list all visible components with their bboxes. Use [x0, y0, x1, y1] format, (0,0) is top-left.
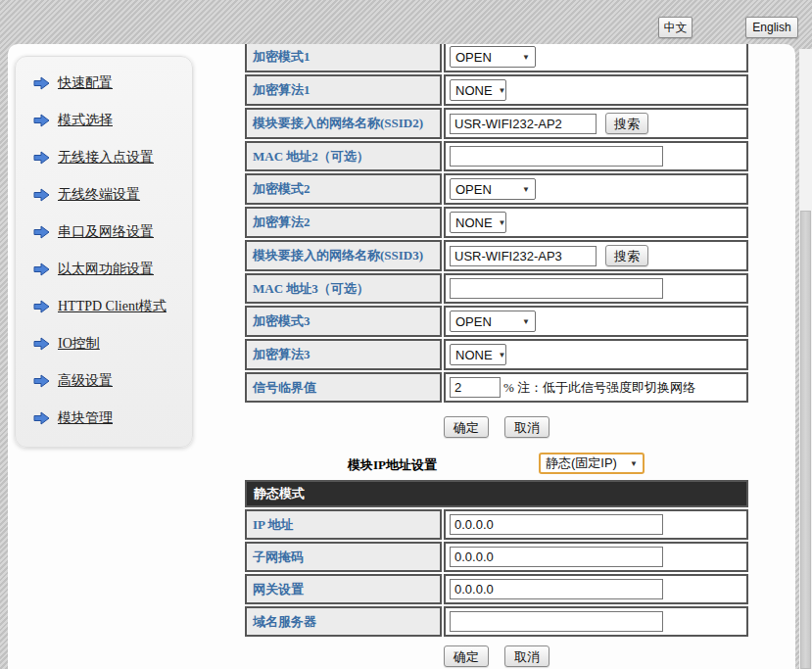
select-value: OPEN [455, 50, 492, 65]
ssid2-input[interactable] [450, 114, 597, 134]
sidebar-nav: 快速配置 模式选择 无线接入点设置 无线终端设置 串口及网络设置 以太网功能设置… [15, 56, 193, 448]
ip-mode-row: 模块IP地址设置 静态(固定IP)▼ [243, 451, 750, 478]
sidebar-link[interactable]: 串口及网络设置 [58, 223, 154, 241]
sidebar-item-quick-config[interactable]: 快速配置 [33, 72, 184, 94]
sidebar-link[interactable]: IO控制 [58, 335, 100, 353]
blue-arrow-icon [33, 263, 50, 276]
encryption-mode-3-select[interactable]: OPEN▼ [450, 311, 536, 332]
row-label: 加密算法1 [245, 74, 442, 106]
sidebar-item-io-control[interactable]: IO控制 [33, 333, 184, 355]
table-row: 加密算法1 NONE▼ [245, 74, 748, 106]
encryption-algorithm-3-select[interactable]: NONE▼ [450, 344, 506, 365]
wireless-ok-button[interactable]: 确定 [444, 416, 489, 438]
chevron-down-icon: ▼ [499, 351, 506, 359]
chevron-down-icon: ▼ [522, 53, 530, 62]
table-row: MAC 地址2（可选） [245, 141, 748, 171]
row-label: 加密算法2 [245, 207, 442, 238]
sidebar-item-mode-select[interactable]: 模式选择 [33, 110, 184, 131]
sidebar-item-wireless-sta-settings[interactable]: 无线终端设置 [33, 184, 184, 206]
select-value: OPEN [455, 182, 492, 197]
wireless-cancel-button[interactable]: 取消 [504, 416, 549, 438]
static-mode-header: 静态模式 [245, 480, 748, 507]
table-row: MAC 地址3（可选） [245, 273, 748, 304]
sidebar-item-serial-network-settings[interactable]: 串口及网络设置 [33, 221, 184, 243]
row-label: MAC 地址3（可选） [245, 273, 442, 304]
wireless-settings-table: 加密模式1 OPEN▼ 加密算法1 NONE▼ 模块要接入的网络名称(SSID2… [243, 44, 750, 405]
sidebar-link[interactable]: 以太网功能设置 [58, 261, 154, 278]
blue-arrow-icon [33, 300, 50, 313]
table-row: 模块要接入的网络名称(SSID3) 搜索 [245, 240, 748, 271]
table-row: 模块要接入的网络名称(SSID2) 搜索 [245, 108, 748, 139]
sidebar-link[interactable]: 高级设置 [58, 372, 113, 390]
ssid2-search-button[interactable]: 搜索 [605, 113, 648, 134]
table-row: 加密模式2 OPEN▼ [245, 173, 748, 205]
sidebar-link[interactable]: 无线终端设置 [58, 186, 140, 204]
sidebar-link[interactable]: 模式选择 [58, 112, 113, 129]
select-value: OPEN [455, 314, 492, 329]
vertical-scrollbar[interactable] [799, 49, 812, 669]
chevron-down-icon: ▼ [499, 218, 506, 227]
table-row: 域名服务器 [245, 606, 748, 637]
chevron-down-icon: ▼ [630, 459, 638, 468]
sidebar-link[interactable]: 快速配置 [58, 74, 113, 92]
row-label: 子网掩码 [245, 542, 442, 572]
table-row: 加密模式3 OPEN▼ [245, 306, 748, 337]
blue-arrow-icon [33, 76, 50, 90]
ip-address-input[interactable] [450, 514, 663, 535]
sidebar-item-module-management[interactable]: 模块管理 [33, 407, 184, 429]
dns-server-input[interactable] [450, 611, 663, 632]
sidebar-item-ethernet-settings[interactable]: 以太网功能设置 [33, 259, 184, 280]
select-value: NONE [455, 83, 493, 98]
select-value: NONE [455, 348, 493, 362]
subnet-mask-input[interactable] [450, 547, 663, 567]
sidebar-item-httpd-client-mode[interactable]: HTTPD Client模式 [33, 296, 184, 317]
main-form-area: 加密模式1 OPEN▼ 加密算法1 NONE▼ 模块要接入的网络名称(SSID2… [243, 44, 750, 667]
table-row: 加密模式1 OPEN▼ [245, 44, 748, 72]
ssid3-search-button[interactable]: 搜索 [605, 245, 648, 266]
row-label: 模块要接入的网络名称(SSID3) [245, 240, 442, 271]
content-panel: 快速配置 模式选择 无线接入点设置 无线终端设置 串口及网络设置 以太网功能设置… [8, 44, 795, 669]
row-label: 域名服务器 [245, 606, 442, 637]
blue-arrow-icon [33, 411, 50, 425]
english-language-button[interactable]: English [745, 17, 798, 38]
gateway-input[interactable] [450, 579, 663, 599]
mac3-input[interactable] [450, 278, 663, 299]
chevron-down-icon: ▼ [499, 86, 506, 95]
page: { "topbar": { "chinese": "中文", "english"… [0, 0, 812, 669]
ip-section-title: 模块IP地址设置 [348, 456, 437, 474]
ip-ok-button[interactable]: 确定 [444, 645, 489, 667]
select-value: 静态(固定IP) [546, 454, 617, 472]
chevron-down-icon: ▼ [522, 317, 530, 326]
encryption-algorithm-1-select[interactable]: NONE▼ [450, 79, 506, 101]
sidebar-item-advanced-settings[interactable]: 高级设置 [33, 370, 184, 392]
row-label: 加密算法3 [245, 339, 442, 370]
encryption-mode-1-select[interactable]: OPEN▼ [450, 46, 536, 68]
row-label: 信号临界值 [245, 372, 442, 403]
ssid3-input[interactable] [450, 246, 597, 266]
table-row: 静态模式 [245, 480, 748, 507]
sidebar-link[interactable]: 无线接入点设置 [58, 149, 154, 167]
row-label: 加密模式2 [245, 173, 442, 205]
ip-cancel-button[interactable]: 取消 [504, 645, 549, 667]
select-value: NONE [455, 215, 493, 230]
table-row: 加密算法3 NONE▼ [245, 339, 748, 370]
encryption-algorithm-2-select[interactable]: NONE▼ [450, 212, 506, 233]
row-label: IP 地址 [245, 509, 442, 540]
signal-threshold-input[interactable] [450, 377, 501, 398]
ip-mode-select[interactable]: 静态(固定IP)▼ [539, 453, 645, 474]
mac2-input[interactable] [450, 146, 663, 167]
sidebar-item-wireless-ap-settings[interactable]: 无线接入点设置 [33, 147, 184, 168]
scrollbar-thumb[interactable] [800, 211, 811, 669]
chinese-language-button[interactable]: 中文 [658, 17, 693, 38]
sidebar-link[interactable]: HTTPD Client模式 [58, 298, 167, 315]
row-label: 加密模式3 [245, 306, 442, 337]
table-row: 加密算法2 NONE▼ [245, 207, 748, 238]
blue-arrow-icon [33, 188, 50, 202]
blue-arrow-icon [33, 225, 50, 239]
encryption-mode-2-select[interactable]: OPEN▼ [450, 178, 536, 200]
table-row: 网关设置 [245, 574, 748, 604]
sidebar-link[interactable]: 模块管理 [58, 409, 113, 427]
table-row: IP 地址 [245, 509, 748, 540]
chevron-down-icon: ▼ [522, 185, 530, 194]
blue-arrow-icon [33, 337, 50, 351]
